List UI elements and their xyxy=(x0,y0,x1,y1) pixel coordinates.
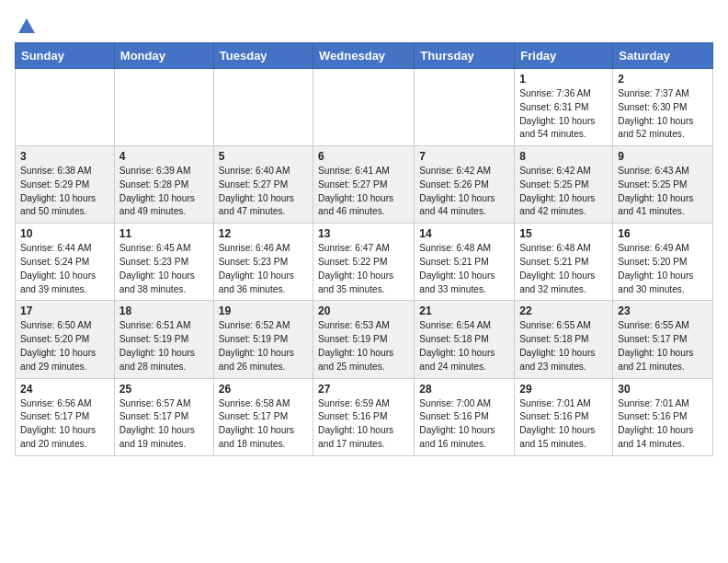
calendar-header-row: SundayMondayTuesdayWednesdayThursdayFrid… xyxy=(16,43,713,69)
calendar-cell: 1Sunrise: 7:36 AMSunset: 6:31 PMDaylight… xyxy=(515,69,613,146)
day-number: 28 xyxy=(419,383,509,396)
calendar-cell: 14Sunrise: 6:48 AMSunset: 5:21 PMDayligh… xyxy=(415,224,515,301)
day-info: Sunrise: 7:37 AMSunset: 6:30 PMDaylight:… xyxy=(618,87,708,142)
day-info: Sunrise: 7:00 AMSunset: 5:16 PMDaylight:… xyxy=(419,397,509,452)
calendar-week-row: 10Sunrise: 6:44 AMSunset: 5:24 PMDayligh… xyxy=(16,224,713,301)
day-number: 21 xyxy=(419,304,509,317)
day-number: 17 xyxy=(20,304,109,317)
day-number: 13 xyxy=(318,227,409,240)
calendar-cell xyxy=(313,69,415,146)
day-info: Sunrise: 6:51 AMSunset: 5:19 PMDaylight:… xyxy=(119,319,209,373)
calendar: SundayMondayTuesdayWednesdayThursdayFrid… xyxy=(15,42,713,456)
day-number: 27 xyxy=(318,383,409,396)
day-info: Sunrise: 6:55 AMSunset: 5:18 PMDaylight:… xyxy=(519,319,608,373)
weekday-header: Monday xyxy=(114,43,213,69)
day-info: Sunrise: 6:48 AMSunset: 5:21 PMDaylight:… xyxy=(519,242,608,296)
header xyxy=(15,15,713,33)
calendar-cell: 17Sunrise: 6:50 AMSunset: 5:20 PMDayligh… xyxy=(16,301,115,378)
calendar-week-row: 24Sunrise: 6:56 AMSunset: 5:17 PMDayligh… xyxy=(16,378,713,455)
day-number: 22 xyxy=(519,304,608,317)
day-number: 12 xyxy=(219,227,308,240)
calendar-cell: 5Sunrise: 6:40 AMSunset: 5:27 PMDaylight… xyxy=(213,146,313,224)
day-number: 4 xyxy=(119,150,209,163)
day-info: Sunrise: 6:43 AMSunset: 5:25 PMDaylight:… xyxy=(618,165,708,219)
day-info: Sunrise: 6:55 AMSunset: 5:17 PMDaylight:… xyxy=(618,319,708,373)
day-info: Sunrise: 6:58 AMSunset: 5:17 PMDaylight:… xyxy=(219,397,308,452)
calendar-cell: 16Sunrise: 6:49 AMSunset: 5:20 PMDayligh… xyxy=(613,224,713,301)
day-number: 24 xyxy=(20,383,109,396)
day-info: Sunrise: 6:44 AMSunset: 5:24 PMDaylight:… xyxy=(20,242,109,296)
day-info: Sunrise: 6:41 AMSunset: 5:27 PMDaylight:… xyxy=(318,165,409,219)
calendar-week-row: 1Sunrise: 7:36 AMSunset: 6:31 PMDaylight… xyxy=(16,69,713,146)
day-number: 20 xyxy=(318,304,409,317)
svg-marker-0 xyxy=(18,18,35,33)
calendar-cell: 30Sunrise: 7:01 AMSunset: 5:16 PMDayligh… xyxy=(613,378,713,455)
day-info: Sunrise: 6:54 AMSunset: 5:18 PMDaylight:… xyxy=(419,319,509,373)
day-number: 30 xyxy=(618,383,708,396)
weekday-header: Friday xyxy=(515,43,613,69)
calendar-cell: 3Sunrise: 6:38 AMSunset: 5:29 PMDaylight… xyxy=(16,146,115,224)
calendar-cell xyxy=(415,69,515,146)
weekday-header: Wednesday xyxy=(313,43,415,69)
day-info: Sunrise: 7:01 AMSunset: 5:16 PMDaylight:… xyxy=(618,397,708,452)
calendar-cell: 8Sunrise: 6:42 AMSunset: 5:25 PMDaylight… xyxy=(515,146,613,224)
day-number: 3 xyxy=(20,150,109,163)
day-info: Sunrise: 6:48 AMSunset: 5:21 PMDaylight:… xyxy=(419,242,509,296)
day-info: Sunrise: 6:49 AMSunset: 5:20 PMDaylight:… xyxy=(618,242,708,296)
calendar-cell: 21Sunrise: 6:54 AMSunset: 5:18 PMDayligh… xyxy=(415,301,515,378)
day-number: 9 xyxy=(618,150,708,163)
day-info: Sunrise: 6:39 AMSunset: 5:28 PMDaylight:… xyxy=(119,165,209,219)
day-info: Sunrise: 6:59 AMSunset: 5:16 PMDaylight:… xyxy=(318,397,409,452)
calendar-cell: 13Sunrise: 6:47 AMSunset: 5:22 PMDayligh… xyxy=(313,224,415,301)
calendar-cell: 27Sunrise: 6:59 AMSunset: 5:16 PMDayligh… xyxy=(313,378,415,455)
calendar-cell xyxy=(114,69,213,146)
calendar-cell: 9Sunrise: 6:43 AMSunset: 5:25 PMDaylight… xyxy=(613,146,713,224)
day-number: 11 xyxy=(119,227,209,240)
calendar-cell: 4Sunrise: 6:39 AMSunset: 5:28 PMDaylight… xyxy=(114,146,213,224)
calendar-cell: 25Sunrise: 6:57 AMSunset: 5:17 PMDayligh… xyxy=(114,378,213,455)
calendar-cell: 7Sunrise: 6:42 AMSunset: 5:26 PMDaylight… xyxy=(415,146,515,224)
logo-icon xyxy=(17,17,37,37)
day-number: 7 xyxy=(419,150,509,163)
page: SundayMondayTuesdayWednesdayThursdayFrid… xyxy=(0,0,728,467)
day-number: 15 xyxy=(519,227,608,240)
weekday-header: Sunday xyxy=(16,43,115,69)
calendar-cell: 19Sunrise: 6:52 AMSunset: 5:19 PMDayligh… xyxy=(213,301,313,378)
day-number: 14 xyxy=(419,227,509,240)
day-info: Sunrise: 7:01 AMSunset: 5:16 PMDaylight:… xyxy=(519,397,608,452)
day-number: 29 xyxy=(519,383,608,396)
day-number: 23 xyxy=(618,304,708,317)
day-info: Sunrise: 6:38 AMSunset: 5:29 PMDaylight:… xyxy=(20,165,109,219)
calendar-cell xyxy=(16,69,115,146)
day-info: Sunrise: 6:40 AMSunset: 5:27 PMDaylight:… xyxy=(219,165,308,219)
day-info: Sunrise: 6:46 AMSunset: 5:23 PMDaylight:… xyxy=(219,242,308,296)
day-number: 5 xyxy=(219,150,308,163)
calendar-cell: 29Sunrise: 7:01 AMSunset: 5:16 PMDayligh… xyxy=(515,378,613,455)
day-info: Sunrise: 6:50 AMSunset: 5:20 PMDaylight:… xyxy=(20,319,109,373)
day-number: 25 xyxy=(119,383,209,396)
day-info: Sunrise: 6:42 AMSunset: 5:25 PMDaylight:… xyxy=(519,165,608,219)
calendar-cell xyxy=(213,69,313,146)
weekday-header: Saturday xyxy=(613,43,713,69)
day-number: 2 xyxy=(618,73,708,86)
calendar-week-row: 3Sunrise: 6:38 AMSunset: 5:29 PMDaylight… xyxy=(16,146,713,224)
day-number: 26 xyxy=(219,383,308,396)
day-number: 18 xyxy=(119,304,209,317)
calendar-cell: 6Sunrise: 6:41 AMSunset: 5:27 PMDaylight… xyxy=(313,146,415,224)
calendar-week-row: 17Sunrise: 6:50 AMSunset: 5:20 PMDayligh… xyxy=(16,301,713,378)
day-number: 1 xyxy=(519,73,608,86)
calendar-cell: 11Sunrise: 6:45 AMSunset: 5:23 PMDayligh… xyxy=(114,224,213,301)
calendar-cell: 2Sunrise: 7:37 AMSunset: 6:30 PMDaylight… xyxy=(613,69,713,146)
day-info: Sunrise: 6:45 AMSunset: 5:23 PMDaylight:… xyxy=(119,242,209,296)
calendar-cell: 20Sunrise: 6:53 AMSunset: 5:19 PMDayligh… xyxy=(313,301,415,378)
day-number: 19 xyxy=(219,304,308,317)
day-info: Sunrise: 6:47 AMSunset: 5:22 PMDaylight:… xyxy=(318,242,409,296)
calendar-cell: 26Sunrise: 6:58 AMSunset: 5:17 PMDayligh… xyxy=(213,378,313,455)
day-info: Sunrise: 6:53 AMSunset: 5:19 PMDaylight:… xyxy=(318,319,409,373)
day-info: Sunrise: 7:36 AMSunset: 6:31 PMDaylight:… xyxy=(519,87,608,142)
day-info: Sunrise: 6:42 AMSunset: 5:26 PMDaylight:… xyxy=(419,165,509,219)
calendar-cell: 28Sunrise: 7:00 AMSunset: 5:16 PMDayligh… xyxy=(415,378,515,455)
day-number: 8 xyxy=(519,150,608,163)
calendar-cell: 10Sunrise: 6:44 AMSunset: 5:24 PMDayligh… xyxy=(16,224,115,301)
day-info: Sunrise: 6:57 AMSunset: 5:17 PMDaylight:… xyxy=(119,397,209,452)
